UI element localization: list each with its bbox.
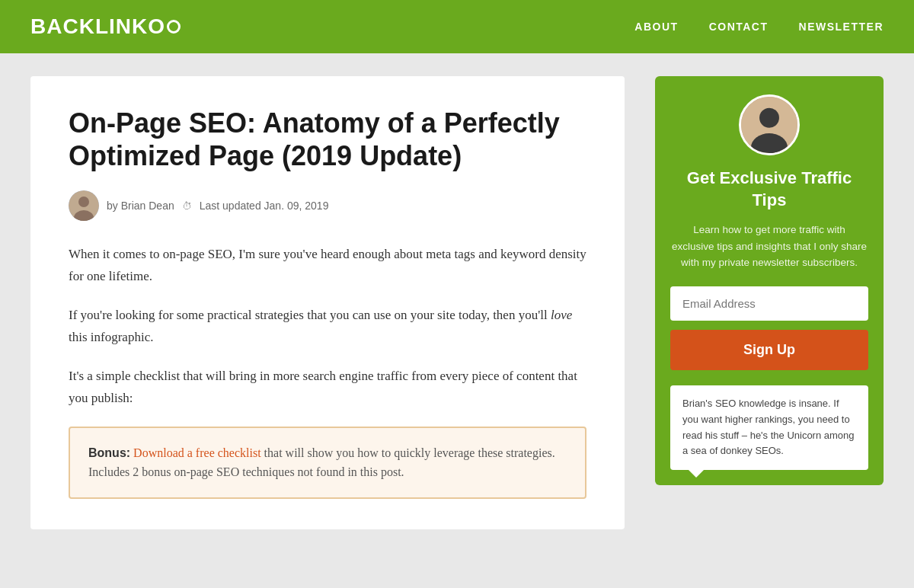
article-para-2: If you're looking for some practical str…	[69, 305, 586, 349]
bonus-link[interactable]: Download a free checklist	[133, 446, 260, 459]
sidebar-avatar-wrap	[655, 76, 884, 155]
article-para-1: When it comes to on-page SEO, I'm sure y…	[69, 244, 586, 288]
logo-circle-icon	[167, 20, 181, 34]
author-name: by Brian Dean	[107, 200, 174, 212]
svg-point-1	[78, 197, 89, 207]
sidebar-description: Learn how to get more traffic with exclu…	[655, 222, 884, 286]
bonus-box: Bonus: Download a free checklist that wi…	[69, 427, 586, 499]
article-title: On-Page SEO: Anatomy of a Perfectly Opti…	[69, 107, 586, 172]
nav-contact[interactable]: CONTACT	[709, 21, 769, 33]
author-avatar	[69, 190, 99, 221]
article-body: When it comes to on-page SEO, I'm sure y…	[69, 244, 586, 499]
page-wrapper: On-Page SEO: Anatomy of a Perfectly Opti…	[15, 53, 899, 552]
nav-newsletter[interactable]: NEWSLETTER	[799, 21, 884, 33]
sidebar-title: Get Exclusive Traffic Tips	[655, 168, 884, 222]
bonus-text: Bonus: Download a free checklist that wi…	[88, 443, 567, 482]
svg-point-4	[759, 108, 779, 128]
sidebar-avatar	[739, 94, 800, 155]
nav-about[interactable]: ABOUT	[634, 21, 678, 33]
main-nav: ABOUT CONTACT NEWSLETTER	[634, 21, 884, 33]
testimonial-text: Brian's SEO knowledge is insane. If you …	[682, 396, 856, 459]
article-para-3: It's a simple checklist that will bring …	[69, 366, 586, 410]
signup-button[interactable]: Sign Up	[670, 330, 868, 370]
main-content: On-Page SEO: Anatomy of a Perfectly Opti…	[30, 76, 625, 529]
email-input[interactable]	[670, 286, 868, 321]
sidebar: Get Exclusive Traffic Tips Learn how to …	[655, 76, 884, 485]
testimonial-box: Brian's SEO knowledge is insane. If you …	[670, 385, 868, 470]
site-header: BACKLINKO ABOUT CONTACT NEWSLETTER	[0, 0, 914, 53]
clock-icon: ⏱	[182, 200, 192, 212]
author-meta: by Brian Dean ⏱ Last updated Jan. 09, 20…	[69, 190, 586, 221]
sidebar-widget: Get Exclusive Traffic Tips Learn how to …	[655, 76, 884, 485]
bonus-label: Bonus:	[88, 446, 130, 459]
last-updated: Last updated Jan. 09, 2019	[200, 200, 329, 212]
site-logo[interactable]: BACKLINKO	[30, 14, 181, 39]
